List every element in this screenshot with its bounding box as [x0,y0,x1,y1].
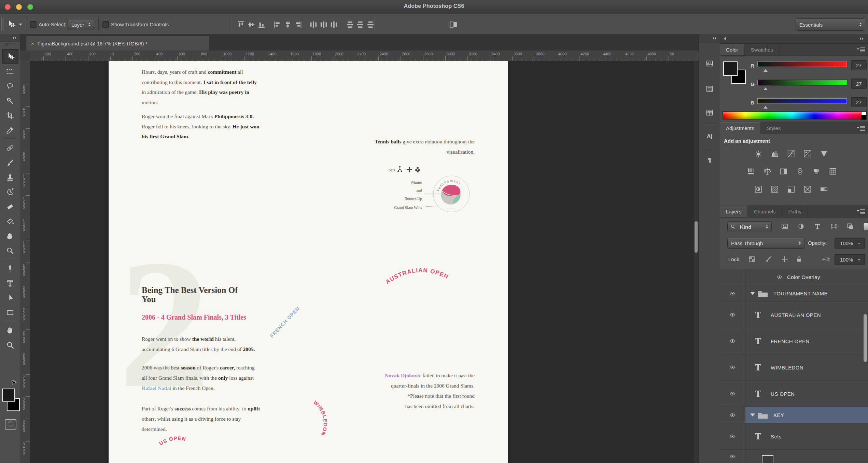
horizontal-ruler[interactable]: 6004002000200400600800100012001400160018… [30,51,699,61]
tab-channels[interactable]: Channels [748,206,782,217]
blend-mode-select[interactable]: Pass Through [727,238,804,249]
visibility-eye-icon[interactable] [728,338,737,344]
foreground-color-swatch[interactable] [723,61,738,76]
levels-adjustment-icon[interactable] [769,148,781,159]
clone-stamp-tool[interactable] [2,170,18,184]
scrollbar-thumb[interactable] [695,221,698,253]
tab-styles[interactable]: Styles [761,122,787,134]
eyedropper-tool[interactable] [2,123,18,137]
auto-align-layers-button[interactable] [449,20,458,29]
healing-brush-tool[interactable] [2,141,18,155]
filter-type-layers-icon[interactable] [813,222,822,231]
align-top-button[interactable] [237,20,246,29]
layer-group-row-key-selected[interactable]: KEY [720,407,868,423]
brush-tool[interactable] [2,155,18,170]
smudge-tool[interactable] [2,229,18,243]
distribute-vcenter-button[interactable] [319,20,328,29]
tab-color[interactable]: Color [720,44,745,55]
blue-value-box[interactable]: 27 [851,97,867,107]
red-slider[interactable] [757,61,847,67]
channel-mixer-adjustment-icon[interactable] [811,166,822,177]
group-expand-caret-icon[interactable] [750,292,755,297]
color-balance-adjustment-icon[interactable] [761,166,773,177]
layer-effect-row-color-overlay[interactable]: Color Overlay [720,269,868,285]
histogram-panel-icon[interactable] [703,57,716,70]
panel-menu-icon[interactable] [856,125,865,131]
blue-slider[interactable] [757,98,847,104]
dock-collapse-left-icon[interactable] [722,37,726,40]
hue-saturation-adjustment-icon[interactable] [745,166,757,177]
workspace-select[interactable]: Essentials [796,18,865,31]
color-lookup-adjustment-icon[interactable] [827,166,839,177]
tab-adjustments[interactable]: Adjustments [720,122,761,134]
lasso-tool[interactable] [2,79,18,93]
layer-row-partial[interactable] [720,450,868,463]
distribute-left-button[interactable] [346,20,354,29]
info-panel-icon[interactable] [703,107,716,119]
path-selection-tool[interactable] [2,291,18,305]
vertical-ruler[interactable]: 2004006008001000120014001600180020002200… [20,61,30,463]
show-transform-controls-checkbox[interactable] [102,21,109,28]
tab-paths[interactable]: Paths [782,206,808,217]
lock-transparent-pixels-icon[interactable] [747,255,757,264]
paint-bucket-tool[interactable] [2,214,18,228]
visibility-eye-icon[interactable] [728,291,737,297]
shape-tool[interactable] [2,305,18,320]
visibility-eye-icon[interactable] [728,453,737,460]
panel-menu-icon[interactable] [856,208,865,214]
posterize-adjustment-icon[interactable] [769,184,781,195]
visibility-eye-icon[interactable] [728,364,737,370]
distribute-hcenter-button[interactable] [356,20,365,29]
auto-select-checkbox[interactable] [30,21,37,28]
quick-mask-button[interactable] [5,419,16,430]
lock-all-icon[interactable] [794,255,804,264]
visibility-eye-icon[interactable] [728,412,737,418]
filter-adjustment-layers-icon[interactable] [796,222,806,231]
foreground-color-swatch[interactable] [2,389,15,402]
curves-adjustment-icon[interactable] [785,148,797,159]
document-tab[interactable]: × FigmaBackground.psd @ 16.7% (KEY, RGB/… [26,36,210,51]
photo-filter-adjustment-icon[interactable] [794,166,806,177]
align-right-button[interactable] [294,20,303,29]
rectangular-marquee-tool[interactable] [2,64,18,79]
properties-panel-icon[interactable] [703,83,716,95]
red-value-box[interactable]: 27 [851,60,867,70]
dock-collapse-button[interactable] [859,37,864,41]
pen-tool[interactable] [2,261,18,276]
threshold-adjustment-icon[interactable] [785,184,797,195]
exposure-adjustment-icon[interactable] [802,148,813,159]
layer-row-french-open[interactable]: TFRENCH OPEN [720,328,868,354]
move-tool[interactable] [2,49,18,64]
crop-tool[interactable] [2,108,18,123]
layer-group-row-tournament-name[interactable]: TOURNAMENT NAME [720,285,868,302]
layers-scrollbar-thumb[interactable] [864,314,867,362]
options-bar-grip[interactable] [1,18,4,31]
tab-layers[interactable]: Layers [720,206,748,217]
distribute-bottom-button[interactable] [330,20,338,29]
brightness-contrast-adjustment-icon[interactable] [753,148,764,159]
effect-visibility-eye-icon[interactable] [775,274,784,280]
visibility-eye-icon[interactable] [728,433,737,439]
color-spectrum-ramp[interactable] [723,111,862,120]
vibrance-adjustment-icon[interactable] [818,148,830,159]
dodge-tool[interactable] [2,243,18,258]
layer-row-sets[interactable]: TSets [720,423,868,450]
eraser-tool[interactable] [2,199,18,214]
filter-smart-objects-icon[interactable] [845,222,855,231]
tab-swatches[interactable]: Swatches [745,44,780,55]
align-bottom-button[interactable] [257,20,266,29]
red-slider-thumb[interactable] [764,67,768,72]
close-document-icon[interactable]: × [31,41,34,46]
lock-image-pixels-icon[interactable] [764,255,773,264]
canvas-vertical-scrollbar[interactable] [694,61,699,463]
gradient-map-adjustment-icon[interactable] [818,184,830,195]
layer-filter-kind-select[interactable]: Kind [727,221,772,232]
layer-row-wimbledon[interactable]: TWIMBLEDON [720,354,868,381]
filter-toggle-switch[interactable] [863,223,868,231]
magic-wand-tool[interactable] [2,94,18,108]
hand-tool[interactable] [2,323,18,337]
opacity-value-box[interactable]: 100% ▾ [835,238,865,249]
layer-row-australian-open[interactable]: TAUSTRALIAN OPEN [720,302,868,328]
align-hcenter-button[interactable] [283,20,292,29]
green-value-box[interactable]: 27 [851,79,867,89]
